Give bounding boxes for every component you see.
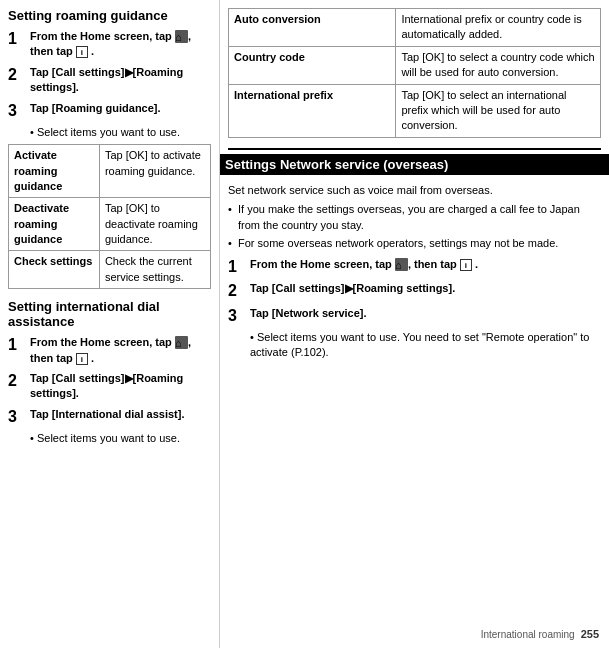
s2-step1-number: 1 — [8, 335, 26, 354]
network-service-body: Set network service such as voice mail f… — [228, 179, 601, 361]
net-step1-number: 1 — [228, 257, 246, 276]
net-step3-sub: Select items you want to use. You need t… — [250, 330, 601, 361]
step2: 2 Tap [Call settings]▶[Roaming settings]… — [8, 65, 211, 96]
table-cell-label: Auto conversion — [229, 9, 396, 47]
step2-number: 2 — [8, 65, 26, 84]
s2-step3-text: Tap [International dial assist]. — [30, 407, 184, 422]
section1-title: Setting roaming guidance — [8, 8, 211, 23]
step3-sub: Select items you want to use. — [30, 125, 211, 140]
table-cell-value: Check the current service settings. — [99, 251, 210, 289]
network-service-description: Set network service such as voice mail f… — [228, 183, 601, 198]
net-step3-number: 3 — [228, 306, 246, 325]
footer-page: 255 — [581, 628, 599, 640]
table-cell-value: Tap [OK] to select an international pref… — [396, 84, 601, 137]
section2-title: Setting international dial assistance — [8, 299, 211, 329]
network-service-section: Settings Network service (overseas) Set … — [228, 148, 601, 361]
table-row: International prefix Tap [OK] to select … — [229, 84, 601, 137]
page-footer: International roaming 255 — [481, 628, 599, 640]
s2-step1-text: From the Home screen, tap ⌂, then tap i … — [30, 335, 211, 366]
roaming-guidance-table: Activate roaming guidance Tap [OK] to ac… — [8, 144, 211, 289]
step2-text: Tap [Call settings]▶[Roaming settings]. — [30, 65, 211, 96]
table-cell-value: International prefix or country code is … — [396, 9, 601, 47]
net-step3: 3 Tap [Network service]. — [228, 306, 601, 325]
net-step2-number: 2 — [228, 281, 246, 300]
bullet-item-1: If you make the settings overseas, you a… — [228, 202, 601, 233]
table-row: Auto conversion International prefix or … — [229, 9, 601, 47]
table-cell-label: Deactivate roaming guidance — [9, 198, 100, 251]
auto-conversion-table: Auto conversion International prefix or … — [228, 8, 601, 138]
page: Setting roaming guidance 1 From the Home… — [0, 0, 609, 648]
footer-label: International roaming — [481, 629, 575, 640]
table-cell-label: Check settings — [9, 251, 100, 289]
table-row: Check settings Check the current service… — [9, 251, 211, 289]
net-step2: 2 Tap [Call settings]▶[Roaming settings]… — [228, 281, 601, 300]
s2-step2-text: Tap [Call settings]▶[Roaming settings]. — [30, 371, 211, 402]
step1-number: 1 — [8, 29, 26, 48]
net-step3-text: Tap [Network service]. — [250, 306, 367, 321]
net-step1-text: From the Home screen, tap ⌂, then tap i … — [250, 257, 478, 272]
s2-step3-sub: Select items you want to use. — [30, 431, 211, 446]
step1: 1 From the Home screen, tap ⌂, then tap … — [8, 29, 211, 60]
step1-text: From the Home screen, tap ⌂, then tap i … — [30, 29, 211, 60]
s2-step1: 1 From the Home screen, tap ⌂, then tap … — [8, 335, 211, 366]
step3: 3 Tap [Roaming guidance]. — [8, 101, 211, 120]
s2-step2-number: 2 — [8, 371, 26, 390]
net-step2-text: Tap [Call settings]▶[Roaming settings]. — [250, 281, 455, 296]
table-cell-label: Country code — [229, 46, 396, 84]
s2-step3-number: 3 — [8, 407, 26, 426]
table-cell-value: Tap [OK] to select a country code which … — [396, 46, 601, 84]
table-cell-value: Tap [OK] to deactivate roaming guidance. — [99, 198, 210, 251]
right-column: Auto conversion International prefix or … — [220, 0, 609, 648]
table-cell-label: International prefix — [229, 84, 396, 137]
table-row: Deactivate roaming guidance Tap [OK] to … — [9, 198, 211, 251]
table-cell-value: Tap [OK] to activate roaming guidance. — [99, 145, 210, 198]
step3-number: 3 — [8, 101, 26, 120]
table-row: Country code Tap [OK] to select a countr… — [229, 46, 601, 84]
s2-step2: 2 Tap [Call settings]▶[Roaming settings]… — [8, 371, 211, 402]
s2-step3: 3 Tap [International dial assist]. — [8, 407, 211, 426]
network-service-title: Settings Network service (overseas) — [220, 154, 609, 175]
net-step1: 1 From the Home screen, tap ⌂, then tap … — [228, 257, 601, 276]
left-column: Setting roaming guidance 1 From the Home… — [0, 0, 220, 648]
table-cell-label: Activate roaming guidance — [9, 145, 100, 198]
table-row: Activate roaming guidance Tap [OK] to ac… — [9, 145, 211, 198]
bullet-item-2: For some overseas network operators, set… — [228, 236, 601, 251]
step3-text: Tap [Roaming guidance]. — [30, 101, 161, 116]
